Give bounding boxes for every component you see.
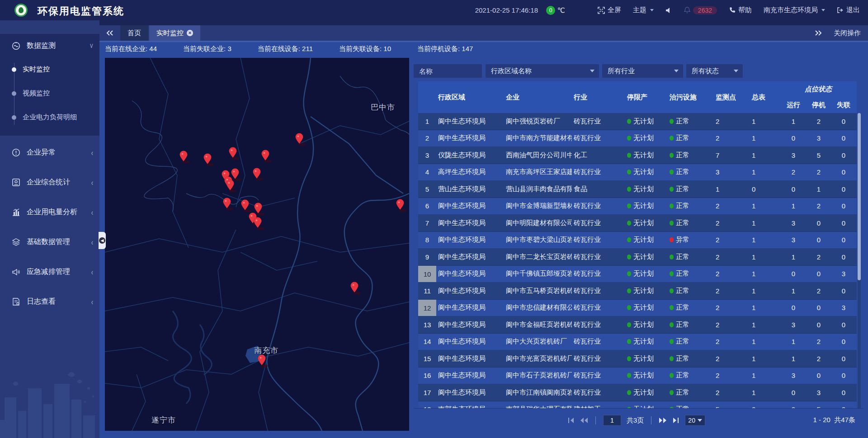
first-page-button[interactable]: [567, 417, 575, 424]
status-filter-select[interactable]: 所有状态: [686, 64, 743, 78]
map-pin[interactable]: [253, 168, 264, 181]
table-row[interactable]: 16 阆中生态环境局 阆中市石子页岩机砖厂 砖瓦行业 无计划 正常 2 1 3 …: [418, 367, 857, 385]
table-row[interactable]: 17 阆中生态环境局 阆中市江南镇阆南页岩 砖瓦行业 无计划 正常 2 1 0 …: [418, 384, 857, 401]
tab-close-icon[interactable]: ✕: [187, 30, 193, 36]
cell-company: 阆中市金福旺页岩机砖: [504, 320, 572, 329]
status-dot-green: [627, 390, 631, 395]
sidebar-subitem-label: 企业电力负荷明细: [23, 113, 77, 122]
notifications[interactable]: 2632: [684, 6, 717, 14]
page-number-input[interactable]: [603, 415, 621, 426]
map-pin[interactable]: [229, 147, 240, 160]
map-pin[interactable]: [396, 199, 407, 212]
table-row[interactable]: 3 仪陇生态环境局 西南油气田分公司川中 化工 无计划 正常 7 1 3 5 0: [418, 147, 857, 164]
map-pin[interactable]: [241, 200, 252, 212]
tab-home[interactable]: 首页: [120, 25, 148, 41]
table-row[interactable]: 5 营山生态环境局 营山县润丰肉食品有限 食品 无计划 正常 1 0 0 1 0: [418, 181, 857, 198]
table-row[interactable]: 13 阆中生态环境局 阆中市金福旺页岩机砖 砖瓦行业 无计划 正常 2 1 3 …: [418, 316, 857, 334]
map-pin[interactable]: [262, 150, 272, 163]
map-panel[interactable]: 巴中市南充市遂宁市: [105, 58, 409, 431]
cell-industry: 砖瓦行业: [572, 117, 626, 126]
table-row[interactable]: 7 阆中生态环境局 阆中明阳建材有限公司 砖瓦行业 无计划 正常 2 1 3 0…: [418, 215, 857, 232]
map-pin[interactable]: [254, 217, 264, 230]
table-scrollbar[interactable]: [858, 113, 861, 409]
region-filter-select[interactable]: 行政区域名称: [486, 64, 599, 78]
map-pin[interactable]: [351, 282, 361, 295]
cell-company: 阆中市金博瑞新型墙材: [504, 202, 572, 210]
cell-index: 1: [418, 118, 436, 125]
tabs-scroll-right-button[interactable]: [815, 30, 822, 36]
sidebar-item-basic-data[interactable]: 基础数据管理 ‹: [0, 229, 99, 255]
cell-lost: 0: [830, 253, 857, 261]
cell-index: 7: [418, 219, 436, 227]
help-button[interactable]: 帮助: [729, 6, 752, 14]
cell-meter: 1: [746, 134, 780, 142]
next-page-button[interactable]: [659, 417, 667, 424]
status-dot-green: [627, 288, 631, 293]
status-dot-green: [627, 237, 631, 242]
table-row[interactable]: 9 阆中生态环境局 阆中市二龙长宝页岩砖 砖瓦行业 无计划 正常 2 1 1 2…: [418, 249, 857, 266]
sidebar-item-power-load-detail[interactable]: 企业电力负荷明细: [0, 105, 99, 129]
cell-meter: 1: [746, 202, 780, 210]
tabs-scroll-left-button[interactable]: [99, 25, 120, 41]
sidebar-collapse-button[interactable]: ◀: [99, 232, 106, 249]
name-filter[interactable]: [414, 64, 482, 78]
cell-run: 1: [780, 202, 807, 210]
cell-company: 阆中市忠信建材有限公: [504, 303, 572, 312]
map-pin[interactable]: [231, 169, 242, 181]
table-row[interactable]: 6 阆中生态环境局 阆中市金博瑞新型墙材 砖瓦行业 无计划 正常 2 1 1 2…: [418, 198, 857, 215]
tab-label: 首页: [127, 29, 141, 38]
table-row[interactable]: 8 阆中生态环境局 阆中市枣碧大梁山页岩 砖瓦行业 无计划 异常 2 1 3 0…: [418, 232, 857, 249]
col-header-industry: 行业: [572, 81, 626, 113]
sidebar-item-enterprise-abnormal[interactable]: 企业异常 ‹: [0, 139, 99, 165]
cell-meter: 1: [746, 304, 780, 311]
table-row[interactable]: 18 南部生态环境局 南部县瑞华大理石有限 建材加工 无计划 正常 5 0 0 …: [418, 401, 857, 409]
industry-filter-select[interactable]: 所有行业: [602, 64, 683, 78]
table-row[interactable]: 1 阆中生态环境局 阆中强锐页岩砖厂 砖瓦行业 无计划 正常 2 1 1 2 0: [418, 113, 857, 130]
sidebar-item-video-monitoring[interactable]: 视频监控: [0, 81, 99, 105]
cell-lost: 0: [830, 236, 857, 244]
sidebar-item-log-view[interactable]: 日志查看 ‹: [0, 288, 99, 315]
tab-bar: 首页 实时监控 ✕ 关闭操作: [99, 25, 868, 42]
industry-filter-value: 所有行业: [608, 67, 674, 75]
cell-treatment: 正常: [669, 168, 710, 176]
sidebar-item-enterprise-statistics[interactable]: 企业综合统计 ‹: [0, 169, 99, 195]
fullscreen-label: 全屏: [608, 6, 621, 14]
table-row[interactable]: 2 阆中生态环境局 阆中市南方节能建材有 砖瓦行业 无计划 正常 2 1 0 3…: [418, 130, 857, 147]
cell-monitor: 2: [710, 355, 746, 363]
map-pin[interactable]: [226, 180, 237, 193]
status-dot-green: [627, 356, 631, 361]
table-row[interactable]: 15 阆中生态环境局 阆中市光富页岩机砖厂 砖瓦行业 无计划 正常 2 1 1 …: [418, 350, 857, 367]
cell-production: 无计划: [626, 253, 669, 261]
table-row[interactable]: 14 阆中生态环境局 阆中大兴页岩机砖厂 砖瓦行业 无计划 正常 2 1 1 2…: [418, 334, 857, 351]
prev-page-button[interactable]: [580, 417, 588, 424]
page-size-select[interactable]: 20: [685, 415, 705, 426]
sidebar-item-data-monitoring[interactable]: 数据监测 ˅: [0, 34, 99, 57]
map-pin[interactable]: [180, 151, 190, 164]
table-row[interactable]: 12 阆中生态环境局 阆中市忠信建材有限公 砖瓦行业 无计划 正常 2 1 0 …: [418, 300, 857, 317]
cell-industry: 砖瓦行业: [572, 337, 626, 346]
tab-realtime-monitoring[interactable]: 实时监控 ✕: [149, 25, 200, 41]
close-operations-button[interactable]: 关闭操作: [834, 29, 861, 38]
last-page-button[interactable]: [672, 417, 679, 424]
map-pin[interactable]: [255, 203, 265, 216]
table-row[interactable]: 4 高坪生态环境局 南充市高坪区王家店建 砖瓦行业 无计划 正常 3 1 2 2…: [418, 164, 857, 181]
map-pin[interactable]: [296, 133, 306, 146]
name-filter-input[interactable]: [419, 67, 477, 75]
map-pin[interactable]: [204, 154, 214, 166]
scrollbar-thumb[interactable]: [858, 113, 861, 280]
logout-button[interactable]: 退出: [837, 6, 860, 14]
sound-button[interactable]: [665, 7, 672, 14]
sidebar-item-power-analysis[interactable]: 企业用电量分析 ‹: [0, 199, 99, 225]
chevron-down-icon: [734, 70, 738, 72]
sidebar-item-emergency-reduction[interactable]: 应急减排管理 ‹: [0, 259, 99, 285]
table-row[interactable]: 10 阆中生态环境局 阆中千佛镇五郎垭页岩 砖瓦行业 无计划 正常 2 1 0 …: [418, 266, 857, 283]
sidebar-item-realtime-monitoring[interactable]: 实时监控: [0, 57, 99, 81]
col-header-point-status: 点位状态: [780, 81, 857, 97]
temperature-badge: 0: [546, 6, 555, 15]
cell-treatment: 正常: [669, 371, 710, 380]
theme-menu[interactable]: 主题: [633, 6, 654, 14]
cell-monitor: 2: [710, 202, 746, 210]
org-menu[interactable]: 南充市生态环境局: [764, 6, 825, 14]
table-row[interactable]: 11 阆中生态环境局 阆中市五马桥页岩机砖 砖瓦行业 无计划 正常 2 1 1 …: [418, 283, 857, 300]
fullscreen-button[interactable]: 全屏: [598, 6, 621, 14]
